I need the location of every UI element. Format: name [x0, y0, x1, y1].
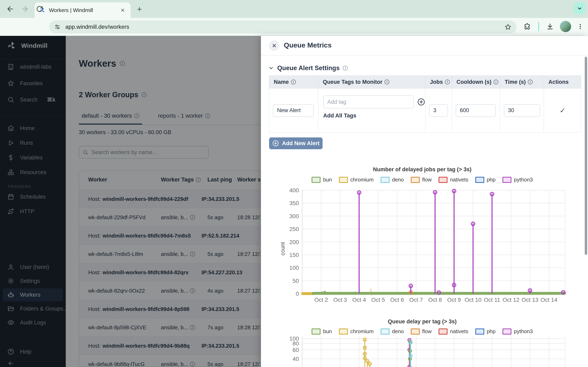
legend-swatch	[475, 177, 484, 183]
app-frame: Windmill windmill-labs Favorites Search …	[0, 36, 588, 367]
col-time: Time (s)i	[500, 76, 544, 88]
alert-actions-cell: ✓	[544, 88, 581, 132]
legend-label: php	[487, 176, 495, 183]
add-new-alert-button[interactable]: Add New Alert	[269, 137, 323, 149]
svg-text:Oct 2: Oct 2	[314, 297, 328, 303]
drawer-backdrop[interactable]	[0, 36, 261, 367]
legend-item[interactable]: php	[475, 328, 495, 334]
svg-text:Oct 9: Oct 9	[447, 297, 461, 303]
new-tab-button[interactable]	[135, 4, 144, 14]
downloads-icon[interactable]	[545, 21, 555, 32]
svg-text:100: 100	[289, 265, 299, 271]
alert-name-cell	[269, 88, 318, 132]
legend-label: python3	[514, 328, 533, 334]
legend-swatch	[411, 328, 420, 334]
legend-item[interactable]: bun	[311, 176, 332, 183]
url-bar[interactable]: app.windmill.dev/workers	[49, 20, 517, 33]
info-icon[interactable]: i	[445, 80, 450, 84]
legend-item[interactable]: nativets	[439, 328, 468, 334]
browser-tab[interactable]: Workers | Windmill	[35, 2, 131, 18]
back-button[interactable]	[6, 4, 15, 13]
legend-swatch	[339, 177, 348, 183]
extensions-puzzle-icon[interactable]	[522, 21, 532, 32]
chart2-title: Queue delay per tag (> 3s)	[273, 318, 571, 325]
alert-tags-cell: Add All Tags	[318, 88, 425, 132]
add-all-tags-link[interactable]: Add All Tags	[323, 113, 425, 119]
svg-text:0: 0	[296, 291, 299, 297]
plus-circle-icon	[272, 140, 279, 147]
info-icon[interactable]: i	[528, 80, 533, 84]
svg-text:Oct 8: Oct 8	[428, 297, 442, 303]
legend-item[interactable]: chromium	[339, 176, 374, 183]
svg-text:Oct 5: Oct 5	[371, 297, 385, 303]
legend-item[interactable]: python3	[502, 328, 533, 334]
alert-table-row: Add All Tags ✓	[269, 88, 581, 132]
svg-text:400: 400	[289, 188, 299, 193]
col-actions: Actions	[544, 76, 581, 88]
legend-label: nativets	[450, 328, 468, 334]
toolbar-separator	[538, 22, 539, 31]
legend-swatch	[380, 177, 389, 183]
svg-text:Oct 10: Oct 10	[465, 297, 481, 303]
svg-text:Oct 14: Oct 14	[541, 297, 557, 303]
svg-text:Oct 12: Oct 12	[503, 297, 519, 303]
browser-menu-kebab-icon[interactable]	[575, 21, 586, 32]
legend-item[interactable]: deno	[380, 328, 404, 334]
legend-label: bun	[323, 328, 332, 334]
section-title: Queue Alert Settings	[277, 64, 339, 72]
add-tag-plus-icon[interactable]	[417, 98, 425, 106]
drawer-title: Queue Metrics	[284, 41, 332, 49]
browser-tab-strip: Workers | Windmill	[0, 0, 588, 18]
svg-text:200: 200	[289, 239, 299, 245]
chart2-legend: bunchromiumdenoflownativetsphppython3	[273, 328, 571, 334]
tab-search-chevron-button[interactable]	[574, 2, 586, 14]
bookmark-star-icon[interactable]	[504, 23, 512, 31]
chevron-down-icon[interactable]	[268, 65, 274, 71]
alert-cooldown-cell	[452, 88, 500, 132]
svg-text:Oct 13: Oct 13	[522, 297, 538, 303]
col-queue-tags: Queue Tags to Monitori	[318, 76, 425, 88]
legend-label: python3	[514, 176, 533, 183]
legend-swatch	[339, 328, 348, 334]
svg-text:Oct 4: Oct 4	[352, 297, 366, 303]
legend-item[interactable]: flow	[411, 176, 432, 183]
legend-label: php	[487, 328, 495, 334]
col-jobs: Jobsi	[425, 76, 452, 88]
legend-label: chromium	[350, 328, 374, 334]
forward-button[interactable]	[20, 4, 29, 13]
info-icon[interactable]: i	[291, 80, 296, 84]
info-icon[interactable]: i	[343, 66, 348, 71]
delayed-jobs-chart: 050100150200250300350400Oct 2Oct 3Oct 4O…	[278, 188, 572, 306]
reload-button[interactable]	[35, 4, 44, 13]
url-text: app.windmill.dev/workers	[65, 24, 500, 30]
info-icon[interactable]: i	[493, 80, 498, 84]
queue-delay-chart: 100806040	[278, 336, 572, 367]
col-name: Namei	[269, 76, 318, 88]
legend-label: deno	[392, 176, 404, 183]
close-icon[interactable]: ✕	[269, 40, 279, 51]
jobs-input[interactable]	[429, 104, 448, 117]
legend-item[interactable]: nativets	[439, 176, 468, 183]
legend-item[interactable]: bun	[311, 328, 332, 334]
legend-item[interactable]: chromium	[339, 328, 374, 334]
legend-item[interactable]: flow	[411, 328, 432, 334]
queue-metrics-drawer: ✕ Queue Metrics Queue Alert Settings i N…	[261, 36, 588, 367]
tab-close-icon[interactable]	[119, 7, 126, 14]
legend-item[interactable]: python3	[502, 176, 533, 183]
alert-name-input[interactable]	[273, 104, 314, 117]
site-settings-icon[interactable]	[54, 24, 61, 30]
svg-text:Oct 11: Oct 11	[484, 297, 500, 303]
add-tag-input[interactable]	[323, 95, 414, 108]
info-icon[interactable]: i	[384, 80, 389, 84]
profile-avatar[interactable]	[560, 21, 571, 32]
legend-swatch	[311, 328, 320, 334]
legend-item[interactable]: deno	[380, 176, 404, 183]
legend-item[interactable]: php	[475, 176, 495, 183]
svg-text:count: count	[280, 242, 286, 256]
alert-settings-table: Namei Queue Tags to Monitori Jobsi Coold…	[269, 75, 581, 133]
confirm-check-icon[interactable]: ✓	[560, 106, 566, 115]
cooldown-input[interactable]	[456, 104, 496, 117]
time-input[interactable]	[504, 104, 540, 117]
chart1-title: Number of delayed jobs per tag (> 3s)	[273, 166, 571, 173]
drawer-scrollbar-thumb[interactable]	[585, 57, 587, 255]
